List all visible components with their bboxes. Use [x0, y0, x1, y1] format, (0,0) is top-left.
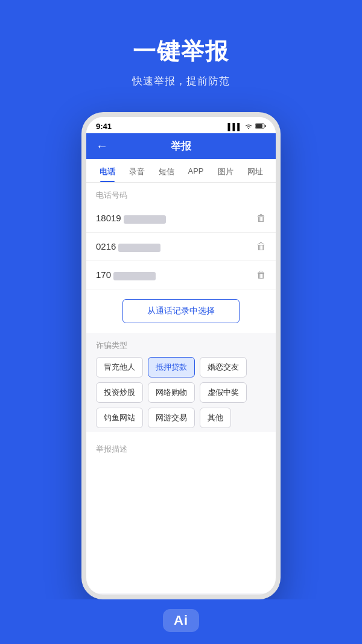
delete-icon-1[interactable]: 🗑	[256, 213, 266, 224]
desc-section: 举报描述	[86, 437, 276, 458]
desc-label: 举报描述	[96, 444, 266, 455]
signal-icon: ▌▌▌	[228, 123, 242, 130]
tab-phone[interactable]: 电话	[92, 159, 122, 182]
svg-rect-2	[265, 125, 266, 127]
phone-number-3: 170	[96, 270, 156, 280]
bottom-bar: Ai	[0, 599, 362, 644]
tag-impersonation[interactable]: 冒充他人	[96, 357, 143, 377]
main-title: 一键举报	[0, 36, 362, 67]
back-button[interactable]: ←	[96, 139, 108, 153]
delete-icon-2[interactable]: 🗑	[256, 241, 266, 252]
tab-recording[interactable]: 录音	[122, 159, 151, 182]
phone-content: 电话 录音 短信 APP 图片 网址 电话号码 18019 🗑 0216 🗑 1…	[86, 159, 276, 593]
tag-other[interactable]: 其他	[200, 408, 231, 428]
status-time: 9:41	[96, 122, 112, 131]
nav-bar: ← 举报	[86, 133, 276, 159]
header-section: 一键举报 快速举报，提前防范	[0, 0, 362, 112]
status-bar: 9:41 ▌▌▌	[86, 117, 276, 133]
phone-item-2: 0216 🗑	[86, 233, 276, 261]
blur-2	[118, 244, 160, 252]
tab-app[interactable]: APP	[181, 159, 211, 182]
phone-number-1: 18019	[96, 213, 166, 223]
blur-1	[124, 215, 166, 224]
tag-phishing[interactable]: 钓鱼网站	[96, 408, 143, 428]
tag-mortgage-loan[interactable]: 抵押贷款	[148, 357, 195, 377]
phone-list: 18019 🗑 0216 🗑 170 🗑	[86, 204, 276, 289]
fraud-tags: 冒充他人 抵押贷款 婚恋交友 投资炒股 网络购物 虚假中奖 钓鱼网站 网游交易 …	[96, 357, 266, 428]
ai-badge: Ai	[163, 609, 199, 632]
blur-3	[113, 272, 156, 280]
delete-icon-3[interactable]: 🗑	[256, 270, 266, 280]
phone-item-1: 18019 🗑	[86, 204, 276, 233]
select-from-calls-button[interactable]: 从通话记录中选择	[122, 299, 240, 323]
tab-image[interactable]: 图片	[211, 159, 240, 182]
select-btn-container: 从通话记录中选择	[86, 289, 276, 333]
phone-device-frame: 9:41 ▌▌▌ ← 举报 电话 录音 短信 APP 图片 网址 电话号码 18…	[81, 112, 281, 599]
fraud-section-label: 诈骗类型	[96, 340, 266, 351]
svg-rect-1	[256, 124, 262, 128]
sub-title: 快速举报，提前防范	[0, 74, 362, 88]
phone-item-3: 170 🗑	[86, 261, 276, 289]
tag-game-trading[interactable]: 网游交易	[148, 408, 195, 428]
tab-url[interactable]: 网址	[240, 159, 270, 182]
phone-number-2: 0216	[96, 241, 160, 251]
tag-fake-lottery[interactable]: 虚假中奖	[200, 382, 247, 403]
fraud-section: 诈骗类型 冒充他人 抵押贷款 婚恋交友 投资炒股 网络购物 虚假中奖 钓鱼网站 …	[86, 333, 276, 432]
tab-sms[interactable]: 短信	[151, 159, 181, 182]
battery-icon	[255, 123, 266, 130]
tag-dating[interactable]: 婚恋交友	[200, 357, 247, 377]
tag-investment[interactable]: 投资炒股	[96, 382, 143, 403]
tab-bar: 电话 录音 短信 APP 图片 网址	[86, 159, 276, 183]
nav-title: 举报	[171, 139, 191, 153]
status-icons: ▌▌▌	[228, 123, 266, 130]
phone-section-label: 电话号码	[86, 183, 276, 204]
tag-online-shopping[interactable]: 网络购物	[148, 382, 195, 403]
wifi-icon	[244, 123, 253, 130]
